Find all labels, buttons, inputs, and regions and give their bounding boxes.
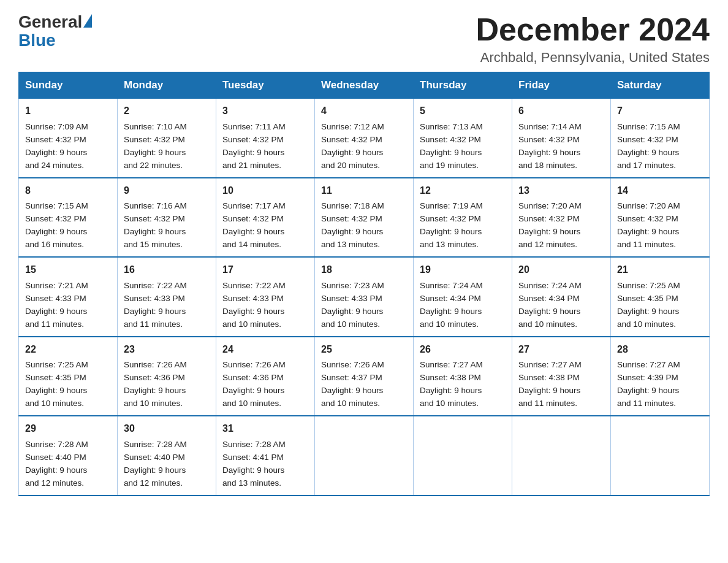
logo: General Blue [18,12,92,49]
daylight-text-line2: and 18 minutes. [518,161,577,170]
daylight-text-line1: Daylight: 9 hours [420,148,482,157]
daylight-text-line1: Daylight: 9 hours [124,465,186,475]
sunrise-text: Sunrise: 7:10 AM [124,122,187,131]
calendar-cell: 20Sunrise: 7:24 AMSunset: 4:34 PMDayligh… [512,257,611,336]
logo-blue-text: Blue [18,32,56,49]
daylight-text-line1: Daylight: 9 hours [617,386,679,395]
calendar-cell: 24Sunrise: 7:26 AMSunset: 4:36 PMDayligh… [216,337,315,416]
daylight-text-line2: and 10 minutes. [617,320,676,329]
page-header: General Blue December 2024 Archbald, Pen… [18,12,710,66]
calendar-cell: 18Sunrise: 7:23 AMSunset: 4:33 PMDayligh… [315,257,414,336]
daylight-text-line2: and 13 minutes. [321,240,380,249]
daylight-text-line2: and 24 minutes. [25,161,84,170]
calendar-week-row: 1Sunrise: 7:09 AMSunset: 4:32 PMDaylight… [19,98,710,177]
sunrise-text: Sunrise: 7:12 AM [321,122,384,131]
day-number: 24 [222,342,308,358]
day-number: 13 [518,183,604,199]
sunrise-text: Sunrise: 7:25 AM [617,281,680,290]
calendar-cell [414,416,512,495]
day-number: 21 [617,262,703,278]
day-number: 6 [518,104,604,119]
daylight-text-line1: Daylight: 9 hours [321,386,383,395]
calendar-cell: 23Sunrise: 7:26 AMSunset: 4:36 PMDayligh… [118,337,216,416]
day-number: 3 [222,104,308,119]
daylight-text-line2: and 12 minutes. [518,240,577,249]
sunset-text: Sunset: 4:34 PM [518,294,580,303]
sunrise-text: Sunrise: 7:25 AM [25,360,88,369]
calendar-cell [315,416,414,495]
month-title: December 2024 [476,12,710,47]
calendar-cell: 16Sunrise: 7:22 AMSunset: 4:33 PMDayligh… [118,257,216,336]
day-number: 25 [321,342,407,358]
daylight-text-line1: Daylight: 9 hours [420,307,482,316]
sunset-text: Sunset: 4:35 PM [617,294,678,303]
sunrise-text: Sunrise: 7:17 AM [222,201,286,210]
sunset-text: Sunset: 4:40 PM [25,453,86,462]
daylight-text-line2: and 11 minutes. [25,320,84,329]
sunset-text: Sunset: 4:32 PM [321,135,382,144]
daylight-text-line2: and 20 minutes. [321,161,380,170]
calendar-cell: 30Sunrise: 7:28 AMSunset: 4:40 PMDayligh… [118,416,216,495]
day-number: 20 [518,262,604,278]
day-number: 14 [617,183,703,199]
sunrise-text: Sunrise: 7:23 AM [321,281,384,290]
sunset-text: Sunset: 4:41 PM [222,453,284,462]
calendar-cell [512,416,611,495]
sunset-text: Sunset: 4:33 PM [222,294,284,303]
day-number: 30 [124,421,210,437]
daylight-text-line2: and 11 minutes. [617,399,676,408]
header-thursday: Thursday [414,72,512,98]
logo-general-text: General [18,12,82,32]
day-number: 15 [25,262,111,278]
day-number: 31 [222,421,308,437]
daylight-text-line2: and 11 minutes. [124,320,183,329]
sunrise-text: Sunrise: 7:19 AM [420,201,483,210]
title-block: December 2024 Archbald, Pennsylvania, Un… [476,12,710,66]
day-number: 23 [124,342,210,358]
header-tuesday: Tuesday [216,72,315,98]
sunset-text: Sunset: 4:37 PM [321,373,382,382]
sunrise-text: Sunrise: 7:26 AM [222,360,286,369]
sunrise-text: Sunrise: 7:26 AM [124,360,187,369]
daylight-text-line2: and 14 minutes. [222,240,281,249]
daylight-text-line2: and 13 minutes. [222,478,281,488]
daylight-text-line1: Daylight: 9 hours [321,227,383,236]
daylight-text-line1: Daylight: 9 hours [222,148,284,157]
daylight-text-line2: and 11 minutes. [518,399,577,408]
sunrise-text: Sunrise: 7:27 AM [518,360,582,369]
daylight-text-line1: Daylight: 9 hours [25,227,87,236]
daylight-text-line2: and 10 minutes. [222,399,281,408]
sunrise-text: Sunrise: 7:16 AM [124,201,187,210]
calendar-cell: 7Sunrise: 7:15 AMSunset: 4:32 PMDaylight… [611,98,710,177]
sunset-text: Sunset: 4:32 PM [420,214,481,223]
sunrise-text: Sunrise: 7:20 AM [617,201,680,210]
sunset-text: Sunset: 4:36 PM [124,373,185,382]
sunset-text: Sunset: 4:33 PM [321,294,382,303]
daylight-text-line1: Daylight: 9 hours [124,227,186,236]
day-number: 29 [25,421,111,437]
day-number: 7 [617,104,703,119]
daylight-text-line1: Daylight: 9 hours [518,386,580,395]
sunrise-text: Sunrise: 7:28 AM [124,440,187,449]
calendar-cell: 9Sunrise: 7:16 AMSunset: 4:32 PMDaylight… [118,178,216,257]
calendar-cell: 14Sunrise: 7:20 AMSunset: 4:32 PMDayligh… [611,178,710,257]
daylight-text-line1: Daylight: 9 hours [222,307,284,316]
day-number: 9 [124,183,210,199]
daylight-text-line2: and 15 minutes. [124,240,183,249]
sunset-text: Sunset: 4:33 PM [124,294,185,303]
sunrise-text: Sunrise: 7:28 AM [222,440,286,449]
calendar-cell: 29Sunrise: 7:28 AMSunset: 4:40 PMDayligh… [19,416,118,495]
daylight-text-line2: and 10 minutes. [321,399,380,408]
daylight-text-line1: Daylight: 9 hours [25,148,87,157]
sunrise-text: Sunrise: 7:21 AM [25,281,88,290]
daylight-text-line2: and 22 minutes. [124,161,183,170]
header-friday: Friday [512,72,611,98]
day-number: 10 [222,183,308,199]
sunset-text: Sunset: 4:38 PM [420,373,481,382]
day-number: 1 [25,104,111,119]
calendar-cell: 15Sunrise: 7:21 AMSunset: 4:33 PMDayligh… [19,257,118,336]
sunset-text: Sunset: 4:39 PM [617,373,678,382]
sunrise-text: Sunrise: 7:15 AM [25,201,88,210]
calendar-cell: 10Sunrise: 7:17 AMSunset: 4:32 PMDayligh… [216,178,315,257]
calendar-cell: 2Sunrise: 7:10 AMSunset: 4:32 PMDaylight… [118,98,216,177]
